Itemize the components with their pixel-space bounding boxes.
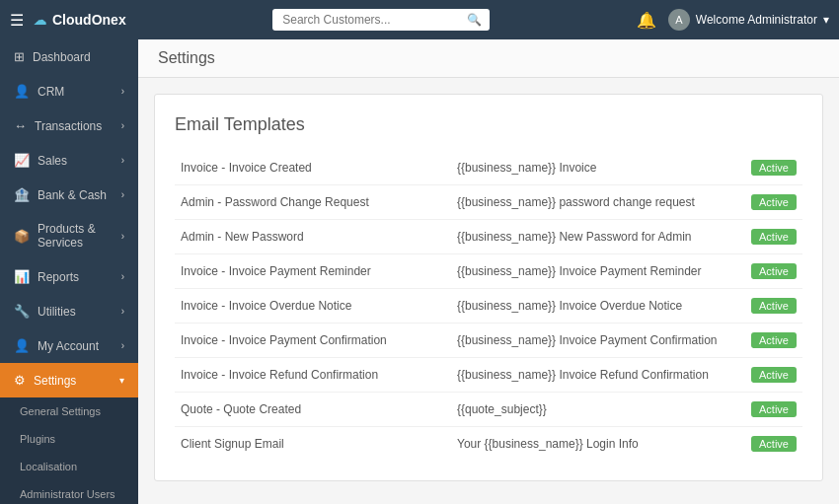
status-badge: Active <box>751 367 797 383</box>
table-row[interactable]: Admin - New Password {{business_name}} N… <box>175 220 802 254</box>
template-subject: {{business_name}} Invoice <box>451 151 733 185</box>
products-icon: 📦 <box>14 229 30 244</box>
status-badge: Active <box>751 401 797 417</box>
chevron-right-icon: › <box>121 306 124 317</box>
table-row[interactable]: Admin - Password Change Request {{busine… <box>175 185 802 220</box>
sidebar-item-label: Sales <box>38 154 67 168</box>
bell-icon[interactable]: 🔔 <box>637 11 656 30</box>
chevron-right-icon: › <box>121 120 124 131</box>
template-subject: {{business_name}} Invoice Payment Confir… <box>451 324 733 358</box>
template-subject: Your {{business_name}} Login Info <box>451 427 733 462</box>
sidebar-item-label: Products & Services <box>38 222 121 250</box>
sidebar-item-transactions[interactable]: ↔ Transactions › <box>0 108 138 143</box>
sidebar-subitem-plugins[interactable]: Plugins <box>0 425 138 453</box>
template-subject: {{quote_subject}} <box>451 393 733 427</box>
sales-icon: 📈 <box>14 153 30 168</box>
sidebar-item-crm[interactable]: 👤 CRM › <box>0 74 138 108</box>
template-subject: {{business_name}} password change reques… <box>451 185 733 220</box>
template-subject: {{business_name}} Invoice Refund Confirm… <box>451 358 733 393</box>
table-row[interactable]: Invoice - Invoice Overdue Notice {{busin… <box>175 289 802 324</box>
template-name: Invoice - Invoice Payment Confirmation <box>175 324 451 358</box>
table-row[interactable]: Invoice - Invoice Payment Confirmation {… <box>175 324 802 358</box>
content-area: Email Templates Invoice - Invoice Create… <box>138 78 839 497</box>
table-row[interactable]: Invoice - Invoice Refund Confirmation {{… <box>175 358 802 393</box>
sidebar-item-products-services[interactable]: 📦 Products & Services › <box>0 212 138 259</box>
reports-icon: 📊 <box>14 269 30 284</box>
topbar: ☰ ☁ CloudOnex 🔍 🔔 A Welcome Administrato… <box>0 0 839 39</box>
user-label: Welcome Administrator <box>696 13 817 27</box>
dashboard-icon: ⊞ <box>14 49 25 64</box>
bank-icon: 🏦 <box>14 187 30 202</box>
user-menu[interactable]: A Welcome Administrator ▾ <box>668 9 829 31</box>
sidebar-subitem-localisation[interactable]: Localisation <box>0 453 138 480</box>
chevron-right-icon: › <box>121 86 124 97</box>
avatar: A <box>668 9 690 31</box>
settings-submenu: General Settings Plugins Localisation Ad… <box>0 397 138 504</box>
status-badge: Active <box>751 229 797 245</box>
card-title: Email Templates <box>175 114 802 135</box>
status-badge: Active <box>751 298 797 314</box>
sidebar-item-label: Bank & Cash <box>38 188 107 202</box>
template-name: Quote - Quote Created <box>175 393 451 427</box>
logo-icon: ☁ <box>34 13 46 28</box>
transactions-icon: ↔ <box>14 118 27 133</box>
template-subject: {{business_name}} Invoice Payment Remind… <box>451 254 733 289</box>
page-header: Settings <box>138 39 839 78</box>
email-templates-card: Email Templates Invoice - Invoice Create… <box>154 94 823 481</box>
menu-icon[interactable]: ☰ <box>10 11 24 30</box>
search-input[interactable] <box>272 9 490 31</box>
settings-icon: ⚙ <box>14 373 26 388</box>
sidebar-item-label: My Account <box>38 339 99 353</box>
logo: ☁ CloudOnex <box>34 12 126 28</box>
sidebar-item-label: Utilities <box>38 305 76 319</box>
chevron-right-icon: › <box>121 271 124 282</box>
sidebar-item-bank-cash[interactable]: 🏦 Bank & Cash › <box>0 178 138 212</box>
sidebar-item-my-account[interactable]: 👤 My Account › <box>0 328 138 363</box>
sidebar-item-label: CRM <box>38 85 64 99</box>
template-subject: {{business_name}} Invoice Overdue Notice <box>451 289 733 324</box>
logo-text: CloudOnex <box>52 12 126 28</box>
my-account-icon: 👤 <box>14 338 30 353</box>
sidebar-item-utilities[interactable]: 🔧 Utilities › <box>0 294 138 328</box>
search-box: 🔍 <box>272 9 490 31</box>
search-icon: 🔍 <box>467 13 482 27</box>
status-badge: Active <box>751 436 797 452</box>
sidebar-item-reports[interactable]: 📊 Reports › <box>0 259 138 294</box>
sidebar-subitem-administrator-users[interactable]: Administrator Users <box>0 480 138 504</box>
template-status: Active <box>733 185 802 220</box>
template-status: Active <box>733 393 802 427</box>
chevron-down-icon: ▾ <box>119 375 124 386</box>
table-row[interactable]: Invoice - Invoice Created {{business_nam… <box>175 151 802 185</box>
template-name: Admin - Password Change Request <box>175 185 451 220</box>
user-chevron-icon: ▾ <box>823 13 829 27</box>
topbar-right: 🔔 A Welcome Administrator ▾ <box>637 9 829 31</box>
sidebar-item-label: Transactions <box>35 119 102 133</box>
status-badge: Active <box>751 332 797 348</box>
table-row[interactable]: Client Signup Email Your {{business_name… <box>175 427 802 462</box>
table-row[interactable]: Quote - Quote Created {{quote_subject}} … <box>175 393 802 427</box>
sidebar-item-settings[interactable]: ⚙ Settings ▾ <box>0 363 138 397</box>
status-badge: Active <box>751 194 797 210</box>
chevron-right-icon: › <box>121 340 124 351</box>
template-status: Active <box>733 324 802 358</box>
chevron-right-icon: › <box>121 155 124 166</box>
table-row[interactable]: Invoice - Invoice Payment Reminder {{bus… <box>175 254 802 289</box>
sidebar-subitem-general-settings[interactable]: General Settings <box>0 397 138 425</box>
sidebar-item-label: Settings <box>34 374 76 388</box>
template-status: Active <box>733 220 802 254</box>
template-status: Active <box>733 289 802 324</box>
layout: ⊞ Dashboard 👤 CRM › ↔ Transactions › 📈 S… <box>0 39 839 504</box>
template-status: Active <box>733 358 802 393</box>
template-status: Active <box>733 151 802 185</box>
template-name: Invoice - Invoice Payment Reminder <box>175 254 451 289</box>
sidebar-item-sales[interactable]: 📈 Sales › <box>0 143 138 178</box>
status-badge: Active <box>751 160 797 176</box>
sidebar-item-dashboard[interactable]: ⊞ Dashboard <box>0 39 138 74</box>
email-templates-table: Invoice - Invoice Created {{business_nam… <box>175 151 802 461</box>
template-name: Client Signup Email <box>175 427 451 462</box>
utilities-icon: 🔧 <box>14 304 30 319</box>
crm-icon: 👤 <box>14 84 30 99</box>
template-name: Invoice - Invoice Created <box>175 151 451 185</box>
sidebar: ⊞ Dashboard 👤 CRM › ↔ Transactions › 📈 S… <box>0 39 138 504</box>
template-status: Active <box>733 427 802 462</box>
